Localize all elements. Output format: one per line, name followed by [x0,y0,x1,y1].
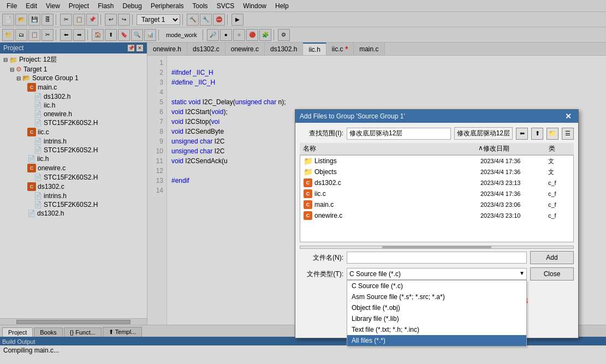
folder-icon-objects: 📁 [304,168,312,176]
nav-up-btn[interactable]: ⬆ [531,128,543,140]
filetype-dropdown-menu[interactable]: C Source file (*.c) Asm Source file (*.s… [347,280,527,347]
file-type-listings: 文 [548,157,570,165]
file-list-header: 名称 ∧ 修改日期 类 [300,143,574,155]
dialog-close-btn[interactable]: ✕ [563,112,574,121]
dialog-scroll-thumb[interactable] [382,246,491,248]
close-btn[interactable]: Close [530,267,574,281]
filetype-label: 文件类型(T): [300,270,343,279]
dialog-body: 查找范围(I): 修改底层驱动12层 ⬅ ⬆ 📁 ☰ 名称 ∧ 修改日期 类 📁 [295,123,578,288]
file-item-objects[interactable]: 📁 Objects 2023/4/4 17:36 文 [300,166,573,177]
filename-input[interactable] [347,252,527,264]
col-name: 名称 [303,144,478,153]
file-name-mainc: main.c [314,201,478,208]
filetype-dropdown-wrapper: ▼ C Source file (*.c) Asm Source file (*… [347,268,527,280]
path-label: 查找范围(I): [300,129,343,138]
file-type-iicc: c_f [548,190,570,197]
file-name-ds1302c: ds1302.c [314,179,478,187]
file-name-iicc: iic.c [314,190,478,198]
file-date-iicc: 2023/4/4 17:36 [480,190,546,197]
file-date-objects: 2023/4/4 17:36 [480,169,546,175]
file-date-ds1302c: 2023/4/3 23:13 [480,180,546,186]
path-value: 修改底层驱动12层 [454,127,513,140]
file-name-listings: Listings [314,157,478,165]
c-icon-onewirec: C [304,211,312,220]
file-item-onewirec[interactable]: C onewire.c 2023/4/3 23:10 c_f [300,210,573,221]
dialog-overlay: Add Files to Group 'Source Group 1' ✕ 查找… [0,0,606,364]
filename-row: 文件名(N): Add [300,251,574,264]
nav-back-btn[interactable]: ⬅ [516,128,528,140]
dialog-hscroll[interactable] [300,246,574,249]
file-type-ds1302c: c_f [548,180,570,186]
dialog-title-text: Add Files to Group 'Source Group 1' [300,112,405,120]
sort-icon: ∧ [478,144,483,153]
option-lib[interactable]: Library file (*.lib) [347,313,526,324]
path-row: 查找范围(I): 修改底层驱动12层 ⬅ ⬆ 📁 ☰ [300,127,574,140]
dialog-title-bar: Add Files to Group 'Source Group 1' ✕ [295,110,578,123]
file-item-iicc[interactable]: C iic.c 2023/4/4 17:36 c_f [300,188,573,199]
file-list[interactable]: 📁 Listings 2023/4/4 17:36 文 📁 Objects 20… [300,155,574,242]
path-input[interactable] [347,128,451,140]
filename-label: 文件名(N): [300,253,343,262]
c-icon-mainc: C [304,200,312,209]
filetype-row: 文件类型(T): ▼ C Source file (*.c) Asm Sourc… [300,267,574,281]
file-type-objects: 文 [548,168,570,176]
col-date: 修改日期 [483,144,549,153]
nav-folder-btn[interactable]: 📁 [546,128,559,140]
col-type: 类 [549,144,571,153]
file-type-onewirec: c_f [548,212,570,219]
file-date-listings: 2023/4/4 17:36 [480,158,546,164]
file-date-mainc: 2023/4/3 23:06 [480,201,546,208]
file-name-onewirec: onewire.c [314,212,478,219]
option-c[interactable]: C Source file (*.c) [347,281,526,291]
file-date-onewirec: 2023/4/3 23:10 [480,212,546,219]
folder-icon-listings: 📁 [304,157,312,165]
option-all[interactable]: All files (*.*) [347,335,526,346]
file-item-listings[interactable]: 📁 Listings 2023/4/4 17:36 文 [300,156,573,166]
add-files-dialog: Add Files to Group 'Source Group 1' ✕ 查找… [295,109,579,338]
dropdown-arrow-icon: ▼ [519,270,525,276]
option-asm[interactable]: Asm Source file (*.s*; *.src; *.a*) [347,291,526,302]
file-item-ds1302c[interactable]: C ds1302.c 2023/4/3 23:13 c_f [300,177,573,188]
file-type-mainc: c_f [548,201,570,208]
c-icon-ds1302c: C [304,178,312,187]
c-icon-iicc: C [304,189,312,198]
nav-view-btn[interactable]: ☰ [562,128,574,140]
file-item-mainc[interactable]: C main.c 2023/4/3 23:06 c_f [300,199,573,210]
file-name-objects: Objects [314,168,478,176]
option-txt[interactable]: Text file (*.txt; *.h; *.inc) [347,324,526,335]
option-obj[interactable]: Object file (*.obj) [347,302,526,313]
add-btn[interactable]: Add [530,251,574,264]
filetype-input[interactable] [347,268,527,280]
